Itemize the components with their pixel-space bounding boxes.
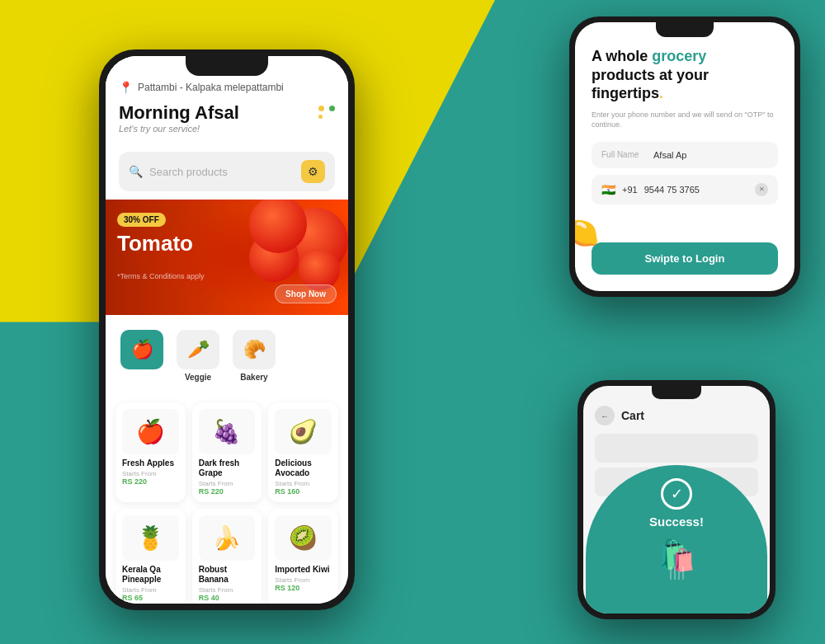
greeting-sub: Let's try our service! bbox=[119, 124, 239, 134]
cart-title: Cart bbox=[621, 409, 644, 422]
location-row: 📍 Pattambi - Kalpaka melepattambi bbox=[119, 81, 335, 94]
product-name-grape: Dark fresh Grape bbox=[199, 458, 256, 478]
cart-phone-notch bbox=[652, 386, 701, 399]
product-price-banana: RS 40 bbox=[199, 594, 256, 602]
product-starts-kiwi: Starts From bbox=[275, 576, 332, 584]
shop-now-button[interactable]: Shop Now bbox=[275, 284, 337, 303]
phone-login-inner: 🍋 A whole grocery products at yourfinger… bbox=[575, 22, 794, 291]
phone-code: +91 bbox=[622, 185, 638, 195]
product-img-pineapple: 🍍 bbox=[122, 515, 179, 561]
cat-img-bakery: 🥐 bbox=[233, 330, 276, 369]
phone-login: 🍋 A whole grocery products at yourfinger… bbox=[569, 16, 800, 297]
grocery-bag-illustration: 🛍️ bbox=[658, 535, 695, 573]
login-phone-notch bbox=[656, 22, 714, 37]
location-icon: 📍 bbox=[119, 81, 133, 94]
phone-cart-inner: ← Cart ✓ Success! 🛍️ bbox=[583, 386, 770, 613]
phone-number: 9544 75 3765 bbox=[644, 185, 748, 195]
success-text: Success! bbox=[649, 515, 704, 529]
phone-left-inner: 📍 Pattambi - Kalpaka melepattambi Mornin… bbox=[106, 56, 348, 604]
bakery-emoji: 🥐 bbox=[243, 339, 266, 360]
name-field[interactable]: Full Name Afsal Ap bbox=[592, 142, 778, 168]
cart-content: ← Cart ✓ Success! 🛍️ bbox=[583, 386, 770, 613]
category-veggie[interactable]: 🥕 Veggie bbox=[173, 330, 223, 391]
greeting-row: Morning Afsal Let's try our service! bbox=[119, 102, 335, 134]
product-price-grape: RS 220 bbox=[199, 487, 256, 496]
dots-decoration bbox=[318, 102, 335, 119]
checkmark-icon: ✓ bbox=[671, 485, 683, 503]
cat-label-bakery: Bakery bbox=[240, 373, 267, 382]
veggie-emoji: 🥕 bbox=[187, 339, 210, 360]
product-starts-avocado: Starts From bbox=[275, 480, 332, 487]
app-content: 📍 Pattambi - Kalpaka melepattambi Mornin… bbox=[106, 56, 348, 604]
dot-yellow-1 bbox=[318, 106, 324, 111]
cart-product-row-1 bbox=[595, 434, 758, 463]
phone-field[interactable]: 🇮🇳 +91 9544 75 3765 ✕ bbox=[592, 175, 778, 204]
discount-badge: 30% OFF bbox=[117, 213, 166, 227]
headline-green-word: grocery bbox=[652, 48, 706, 64]
product-price-kiwi: RS 120 bbox=[275, 584, 332, 592]
product-card-banana[interactable]: 🍌 Robust Banana Starts From RS 40 bbox=[192, 509, 262, 604]
product-img-kiwi: 🥝 bbox=[275, 515, 332, 561]
product-card-avocado[interactable]: 🥑 Delicious Avocado Starts From RS 160 bbox=[268, 402, 338, 502]
product-img-grape: 🍇 bbox=[199, 409, 256, 454]
product-price-apples: RS 220 bbox=[122, 477, 179, 486]
product-card-kiwi[interactable]: 🥝 Imported Kiwi Starts From RS 120 bbox=[268, 509, 338, 604]
dot-yellow-small bbox=[318, 115, 323, 119]
search-placeholder: Search products bbox=[149, 166, 295, 178]
product-starts-banana: Starts From bbox=[199, 586, 256, 594]
product-img-apples: 🍎 bbox=[122, 409, 179, 454]
banner-title: Tomato bbox=[117, 232, 205, 256]
cat-label-fruits: FreshFruits bbox=[130, 373, 153, 391]
search-icon: 🔍 bbox=[129, 165, 143, 178]
category-bakery[interactable]: 🥐 Bakery bbox=[229, 330, 279, 391]
name-value: Afsal Ap bbox=[653, 150, 686, 160]
success-check-circle: ✓ bbox=[661, 478, 692, 510]
dots-row-2 bbox=[318, 115, 335, 119]
clear-button[interactable]: ✕ bbox=[755, 183, 768, 196]
cat-img-veggie: 🥕 bbox=[177, 330, 219, 369]
product-name-banana: Robust Banana bbox=[199, 565, 256, 585]
headline-dot: . bbox=[659, 85, 663, 101]
product-starts-pineapple: Starts From bbox=[122, 586, 179, 594]
bag-line-1 bbox=[670, 566, 672, 580]
cat-label-veggie: Veggie bbox=[185, 373, 211, 382]
product-name-kiwi: Imported Kiwi bbox=[275, 565, 332, 575]
bag-line-3 bbox=[678, 566, 680, 580]
name-label: Full Name bbox=[601, 150, 647, 159]
banner-content: 30% OFF Tomato *Terms & Conditions apply bbox=[117, 211, 205, 280]
product-banner: 30% OFF Tomato *Terms & Conditions apply… bbox=[106, 200, 348, 315]
location-text: Pattambi - Kalpaka melepattambi bbox=[138, 82, 284, 93]
product-card-apples[interactable]: 🍎 Fresh Apples Starts From RS 220 bbox=[116, 402, 186, 502]
product-starts-apples: Starts From bbox=[122, 470, 179, 477]
filter-button[interactable]: ⚙ bbox=[301, 160, 325, 183]
product-price-avocado: RS 160 bbox=[275, 487, 332, 496]
greeting-name: Morning Afsal bbox=[119, 102, 239, 124]
phone-notch bbox=[186, 56, 268, 76]
product-name-apples: Fresh Apples bbox=[122, 458, 179, 468]
products-grid: 🍎 Fresh Apples Starts From RS 220 🍇 Dark… bbox=[106, 397, 348, 604]
login-headline: A whole grocery products at yourfingerti… bbox=[592, 47, 778, 103]
lemon-decoration: 🍋 bbox=[575, 214, 599, 250]
phone-left: 📍 Pattambi - Kalpaka melepattambi Mornin… bbox=[99, 49, 355, 610]
login-subtext: Enter your phone number and we will send… bbox=[592, 110, 778, 130]
banner-terms: *Terms & Conditions apply bbox=[117, 272, 205, 280]
product-card-pineapple[interactable]: 🍍 Kerala Qa Pineapple Starts From RS 65 bbox=[116, 509, 186, 604]
search-bar[interactable]: 🔍 Search products ⚙ bbox=[119, 152, 335, 191]
product-img-avocado: 🥑 bbox=[275, 409, 332, 454]
cat-img-fruits: 🍎 bbox=[120, 330, 163, 369]
product-starts-grape: Starts From bbox=[199, 480, 256, 487]
swipe-to-login-button[interactable]: Swipte to Login bbox=[592, 242, 778, 275]
product-img-banana: 🍌 bbox=[199, 515, 256, 561]
product-card-grape[interactable]: 🍇 Dark fresh Grape Starts From RS 220 bbox=[192, 402, 262, 502]
login-content: A whole grocery products at yourfingerti… bbox=[575, 22, 794, 291]
product-price-pineapple: RS 65 bbox=[122, 594, 179, 602]
category-fresh-fruits[interactable]: 🍎 FreshFruits bbox=[117, 330, 167, 391]
bag-lines bbox=[670, 566, 684, 580]
categories-row: 🍎 FreshFruits 🥕 Veggie 🥐 Bakery bbox=[106, 323, 348, 397]
bag-line-2 bbox=[674, 566, 676, 580]
back-button[interactable]: ← bbox=[595, 406, 615, 425]
greeting-block: Morning Afsal Let's try our service! bbox=[119, 102, 239, 134]
fruits-emoji: 🍎 bbox=[131, 339, 153, 360]
product-name-pineapple: Kerala Qa Pineapple bbox=[122, 565, 179, 585]
product-name-avocado: Delicious Avocado bbox=[275, 458, 332, 478]
